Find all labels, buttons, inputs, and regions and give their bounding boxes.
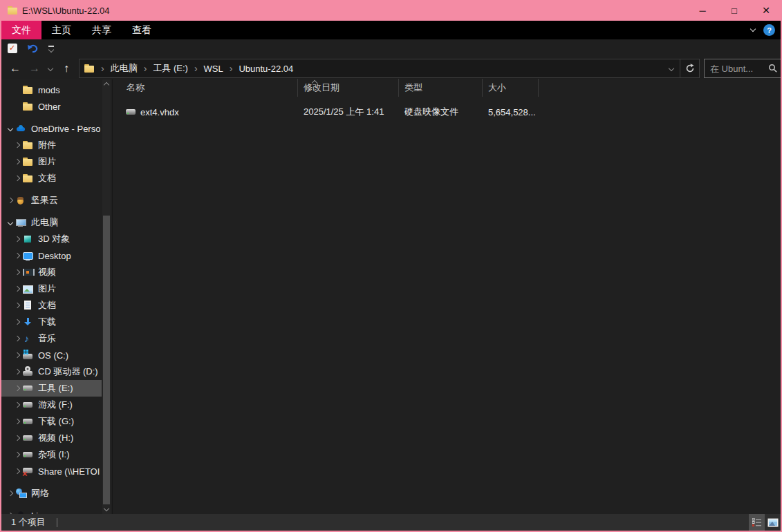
sidebar-item[interactable]: Desktop [1,247,102,264]
breadcrumb-item[interactable]: WSL [204,64,223,74]
sidebar-item[interactable]: 此电脑 [1,214,102,231]
sidebar-item[interactable]: 3D 对象 [1,231,102,247]
chevron-right-icon[interactable] [15,336,20,341]
sidebar-item-label: 杂项 (I:) [38,448,70,461]
sidebar-item[interactable]: Other [1,98,102,115]
breadcrumb-item[interactable]: 工具 (E:) [153,62,188,75]
drive-icon [22,383,33,394]
customize-toolbar-icon[interactable] [48,44,55,53]
chevron-slot [12,403,22,407]
chevron-right-icon[interactable] [15,452,20,457]
chevron-slot [12,336,22,341]
chevron-right-icon[interactable] [15,468,20,474]
chevron-right-icon[interactable] [15,142,20,148]
undo-icon[interactable] [27,44,38,53]
chevron-right-icon[interactable] [15,386,20,391]
minimize-button[interactable]: ─ [687,0,718,21]
chevron-slot [12,436,22,440]
chevron-right-icon[interactable] [8,198,13,203]
back-button[interactable]: ← [7,60,24,77]
chevron-slot [6,198,15,202]
column-header[interactable]: 类型 [399,79,483,97]
chevron-right-icon[interactable] [15,175,20,181]
chevron-right-icon[interactable] [15,319,20,325]
folder-icon [22,140,33,151]
search-box[interactable] [704,59,781,78]
sidebar-item[interactable]: 坚果云 [1,192,102,209]
ribbon-tab[interactable]: 主页 [41,21,82,39]
sidebar-item-label: Desktop [38,251,71,261]
chevron-down-icon[interactable] [8,220,13,225]
chevron-right-icon[interactable] [15,286,20,292]
chevron-right-icon[interactable] [15,236,20,242]
sidebar-item[interactable]: 杂项 (I:) [1,446,102,463]
sidebar-item-label: 图片 [38,155,56,168]
scrollbar-thumb[interactable] [103,216,110,504]
up-button[interactable]: ↑ [58,60,75,77]
sidebar-item[interactable]: 视频 (H:) [1,430,102,446]
chevron-right-icon[interactable] [15,369,20,374]
chevron-right-icon[interactable] [15,253,20,258]
forward-button[interactable]: → [26,60,43,77]
chevron-right-icon[interactable] [15,435,20,441]
onedrive-icon [15,123,26,134]
sidebar-item[interactable]: 下载 (G:) [1,413,102,430]
sidebar-item[interactable]: OneDrive - Perso [1,120,102,137]
file-date: 2025/1/25 上午 1:41 [298,106,399,118]
sidebar-item[interactable]: 游戏 (F:) [1,397,102,413]
sidebar-item[interactable]: 视频 [1,264,102,281]
maximize-button[interactable]: □ [718,0,750,21]
search-icon[interactable] [768,64,778,73]
chevron-down-icon[interactable] [8,126,13,131]
sidebar-item[interactable]: 网络 [1,485,102,502]
ribbon-tab[interactable]: 共享 [82,21,122,39]
sidebar-scrollbar[interactable] [102,79,111,514]
recent-locations-icon[interactable] [46,60,55,77]
sidebar-item[interactable]: 下载 [1,314,102,330]
search-input[interactable] [710,64,768,74]
scroll-down-icon[interactable] [104,506,109,511]
sidebar-item[interactable]: Linux [1,507,102,514]
sidebar-item[interactable]: 文档 [1,170,102,187]
column-header[interactable]: 大小 [483,79,539,97]
ribbon-tab[interactable]: 查看 [122,21,162,39]
titlebar[interactable]: E:\WSL\Ubuntu-22.04 ─ □ × [0,0,782,21]
details-view-button[interactable] [749,514,765,531]
breadcrumb-item[interactable]: 此电脑 [111,62,138,75]
chevron-right-icon[interactable] [15,269,20,275]
chevron-right-icon[interactable] [15,159,20,164]
sidebar-item[interactable]: 图片 [1,153,102,170]
sidebar-item-label: 文档 [38,299,56,312]
chevron-slot [12,453,22,457]
sidebar-item[interactable]: 文档 [1,297,102,314]
properties-icon[interactable] [8,44,17,53]
chevron-right-icon[interactable] [15,402,20,408]
sidebar-item[interactable]: 音乐 [1,330,102,347]
column-header[interactable]: 名称 [113,79,298,97]
sidebar-item[interactable]: 图片 [1,281,102,297]
sidebar-item[interactable]: 附件 [1,137,102,153]
nutcloud-icon [15,195,26,206]
address-bar[interactable]: ›此电脑›工具 (E:)›WSL›Ubuntu-22.04 [79,59,700,78]
sidebar-item[interactable]: OS (C:) [1,347,102,363]
sidebar-item-label: Other [38,102,61,112]
chevron-right-icon[interactable] [15,352,20,358]
thumbnail-view-button[interactable] [765,514,781,531]
address-dropdown-icon[interactable] [663,59,680,77]
expand-ribbon-icon[interactable] [750,26,756,32]
close-button[interactable]: × [750,0,782,21]
scroll-up-icon[interactable] [104,82,109,88]
chevron-right-icon[interactable] [15,419,20,424]
sidebar-item[interactable]: mods [1,82,102,98]
sidebar-item[interactable]: Share (\\HETOI [1,463,102,479]
sidebar-item[interactable]: 工具 (E:) [1,380,102,397]
chevron-right-icon[interactable] [8,491,13,496]
breadcrumb-item[interactable]: Ubuntu-22.04 [239,64,293,74]
chevron-slot [6,126,15,131]
ribbon-tab[interactable]: 文件 [1,21,41,39]
sidebar-item[interactable]: CD 驱动器 (D:) [1,363,102,380]
file-row[interactable]: ext4.vhdx2025/1/25 上午 1:41硬盘映像文件5,654,52… [113,104,781,120]
refresh-icon[interactable] [680,59,699,77]
help-icon[interactable]: ? [763,24,775,36]
chevron-right-icon[interactable] [15,303,20,308]
